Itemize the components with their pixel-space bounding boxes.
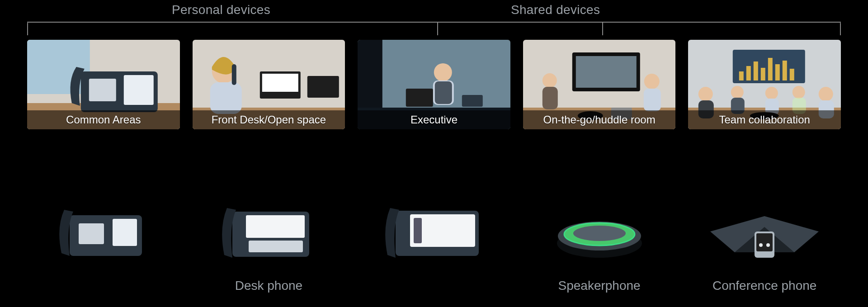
svg-point-71 [766,243,770,247]
svg-rect-55 [113,219,137,246]
svg-point-17 [434,63,452,81]
svg-point-70 [759,243,763,247]
scene-common-areas: Common Areas [27,40,180,129]
deskphone-b-icon [219,200,318,268]
svg-rect-38 [761,68,765,80]
svg-rect-5 [89,79,116,101]
deskphone-a-icon [56,200,151,268]
svg-point-67 [573,226,626,241]
svg-rect-29 [644,89,661,111]
deskphone-c-icon [382,200,486,268]
product-label: Speakerphone [558,279,641,294]
svg-rect-21 [462,95,483,107]
category-shared-label: Shared devices [511,3,600,17]
svg-rect-42 [790,69,794,80]
svg-rect-25 [576,56,637,88]
scene-front-desk: Front Desk/Open space [193,40,345,129]
svg-point-26 [542,73,557,88]
svg-rect-12 [210,82,241,114]
svg-point-43 [698,87,713,101]
scene-caption-bar: Team collaboration [688,110,841,129]
svg-point-28 [644,74,660,89]
scene-caption-bar: On-the-go/huddle room [523,110,676,129]
svg-rect-41 [783,61,787,80]
scene-caption: On-the-go/huddle room [543,113,656,126]
product-deskphone-b: Desk phone [193,167,345,294]
scene-caption: Common Areas [66,113,141,126]
scene-caption-bar: Front Desk/Open space [193,110,345,129]
product-conference-phone: Conference phone [688,167,841,294]
product-speakerphone: Speakerphone [523,167,676,294]
svg-rect-27 [542,87,558,109]
svg-rect-19 [435,81,452,104]
svg-rect-40 [775,64,780,80]
svg-point-47 [765,87,778,99]
svg-rect-56 [79,223,104,244]
scenario-row: Common Areas Front Desk/Open space [27,40,841,129]
svg-rect-35 [739,71,744,80]
category-bracket [27,22,841,35]
svg-rect-20 [406,89,433,107]
svg-rect-58 [246,215,305,238]
product-deskphone-a [27,167,180,294]
product-row: Desk phone Speakerphone [27,167,841,294]
svg-rect-62 [414,218,422,243]
scene-executive: Executive [358,40,510,129]
svg-rect-9 [262,74,298,92]
svg-rect-36 [746,66,751,80]
product-deskphone-c [358,167,510,294]
product-label: Conference phone [712,279,816,294]
scene-team-collab: Team collaboration [688,40,841,129]
svg-rect-13 [231,64,236,85]
svg-point-49 [793,86,805,99]
scene-huddle-room: On-the-go/huddle room [523,40,676,129]
svg-rect-39 [768,58,773,80]
svg-rect-4 [124,75,154,105]
scene-caption: Team collaboration [719,113,810,126]
svg-point-45 [731,86,744,99]
speakerphone-icon [550,200,649,268]
conference-phone-icon [706,200,823,268]
category-personal-label: Personal devices [172,3,270,17]
svg-rect-10 [307,76,339,98]
svg-rect-69 [756,233,773,251]
product-label: Desk phone [235,279,302,294]
scene-caption-bar: Common Areas [27,110,180,129]
svg-rect-1 [27,40,90,94]
scene-caption: Front Desk/Open space [212,113,326,126]
svg-point-51 [819,87,833,101]
svg-rect-59 [249,241,303,252]
svg-rect-37 [754,61,758,80]
scene-caption: Executive [410,113,458,126]
scene-caption-bar: Executive [358,110,510,129]
